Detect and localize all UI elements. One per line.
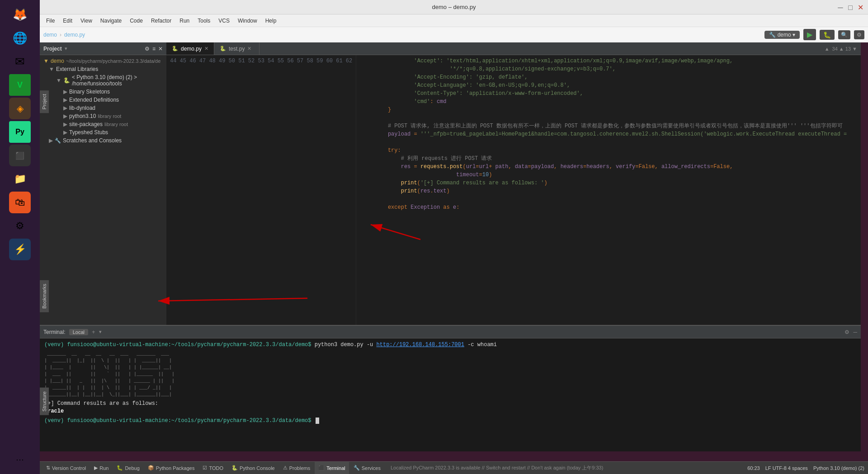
tree-item-external-libraries[interactable]: ▼ External Libraries <box>40 65 166 73</box>
tab-demo-py-close[interactable]: ✕ <box>204 46 208 52</box>
files-icon[interactable]: 📁 <box>9 168 31 190</box>
status-tab-terminal[interactable]: ⬛ Terminal <box>315 462 349 474</box>
notification-text[interactable]: Localized PyCharm 2022.3.3 is available … <box>391 465 603 471</box>
expand-icon-4: ▶ <box>63 97 67 103</box>
terminal-gear-icon[interactable]: ⚙ <box>844 329 849 335</box>
menu-help[interactable]: Help <box>262 17 280 25</box>
bolt-icon[interactable]: ⚡ <box>9 239 31 260</box>
project-dropdown-arrow[interactable]: ▾ <box>65 46 67 52</box>
store-icon[interactable]: 🛍 <box>9 192 31 213</box>
tree-item-lib-dynload[interactable]: ▶ lib-dynload <box>40 104 166 112</box>
dots-icon[interactable]: ⋯ <box>9 449 31 470</box>
project-vertical-tab[interactable]: Project <box>40 90 49 113</box>
vim-icon[interactable]: V <box>9 74 31 96</box>
status-tab-run[interactable]: ▶ Run <box>90 462 112 474</box>
scratches-label: Scratches and Consoles <box>63 137 122 144</box>
vcs-icon: ⇅ <box>46 465 50 471</box>
menu-run[interactable]: Run <box>176 17 193 25</box>
sidebar-close-icon[interactable]: ✕ <box>158 46 163 52</box>
terminal-local-tab[interactable]: Local <box>69 329 88 335</box>
menu-code[interactable]: Code <box>126 17 146 25</box>
tree-item-extended-defs[interactable]: ▶ Extended Definitions <box>40 96 166 104</box>
expand-icon-2: ▼ <box>56 77 61 84</box>
window-controls[interactable]: ─ □ ✕ <box>837 4 863 10</box>
minimize-button[interactable]: ─ <box>837 4 844 10</box>
status-tab-vcs[interactable]: ⇅ Version Control <box>42 462 90 474</box>
terminal-area: Terminal: Local + ▾ ⚙ ─ (venv) funsiooo@… <box>40 325 861 451</box>
services-icon: 🔧 <box>354 465 360 471</box>
bookmarks-vertical-tab[interactable]: Bookmarks <box>40 280 49 312</box>
demo-path: ~/tools/pycharm/pycharm-2022.3.3/data/de <box>66 58 160 64</box>
tree-item-binary-skeletons[interactable]: ▶ Binary Skeletons <box>40 88 166 96</box>
terminal-url-text[interactable]: http://192.168.148.155:7001 <box>377 342 464 348</box>
expand-icon-7: ▶ <box>63 121 67 127</box>
structure-vertical-tab[interactable]: Structure <box>40 388 49 415</box>
menu-refactor[interactable]: Refactor <box>147 17 175 25</box>
current-file-name: demo.py <box>64 32 85 38</box>
library-root-label: library root <box>98 113 121 119</box>
menu-window[interactable]: Window <box>234 17 261 25</box>
terminal-cursor <box>316 418 319 424</box>
sidebar-collapse-icon[interactable]: ≡ <box>152 46 156 52</box>
terminal-minimize-icon[interactable]: ─ <box>853 329 857 335</box>
sublime-icon[interactable]: ◈ <box>9 98 31 119</box>
terminal-icon-status: ⬛ <box>318 465 325 471</box>
status-tab-debug[interactable]: 🐛 Debug <box>113 462 143 474</box>
tree-item-site-packages[interactable]: ▶ site-packages library root <box>40 120 166 128</box>
status-tab-python-console[interactable]: 🐍 Python Console <box>228 462 278 474</box>
close-button[interactable]: ✕ <box>857 4 863 10</box>
expand-icon-3: ▶ <box>63 89 67 95</box>
tree-item-python310[interactable]: ▼ 🐍 < Python 3.10 (demo) (2) > /home/fun… <box>40 73 166 88</box>
tree-item-typeshed[interactable]: ▶ Typeshed Stubs <box>40 128 166 136</box>
debug-button[interactable]: 🐛 <box>820 30 835 40</box>
terminal-result-header: [+] Command results are as follows: <box>44 400 856 408</box>
pycharm-icon[interactable]: Py <box>9 121 31 143</box>
mail-icon[interactable]: ✉ <box>9 51 31 72</box>
code-content[interactable]: 'Accept': 'text/html,application/xhtml+x… <box>356 55 861 331</box>
terminal-icon[interactable]: ⬛ <box>9 145 31 166</box>
terminal-dropdown-icon[interactable]: ▾ <box>99 329 102 335</box>
debug-label: Debug <box>125 465 139 471</box>
tab-demo-py-icon: 🐍 <box>172 46 178 52</box>
tree-item-scratches[interactable]: ▶ 🔧 Scratches and Consoles <box>40 136 166 145</box>
status-tab-packages[interactable]: 📦 Python Packages <box>144 462 198 474</box>
terminal-status-label: Terminal <box>326 465 345 471</box>
demo-folder-label: demo <box>51 58 64 64</box>
menu-file[interactable]: File <box>42 17 58 25</box>
line-numbers: 44 45 46 47 48 49 50 51 52 53 54 55 56 5… <box>166 55 356 331</box>
scroll-up-icon[interactable]: ▲ <box>825 46 830 52</box>
terminal-add-icon[interactable]: + <box>92 329 95 335</box>
ascii-art-block: _______ __ __ __ __ ___ _______ ___ | __… <box>44 351 856 398</box>
menu-edit[interactable]: Edit <box>59 17 76 25</box>
tab-demo-py-label: demo.py <box>181 46 202 52</box>
settings-icon[interactable]: ⚙ <box>9 215 31 237</box>
tab-demo-py[interactable]: 🐍 demo.py ✕ <box>166 42 214 55</box>
status-tab-todo[interactable]: ☑ TODO <box>199 462 227 474</box>
tree-item-demo-root[interactable]: ▼ demo ~/tools/pycharm/pycharm-2022.3.3/… <box>40 57 166 65</box>
run-config-selector[interactable]: 🔧 demo ▾ <box>764 31 800 39</box>
tab-test-py[interactable]: 🐍 test.py ✕ <box>214 42 259 55</box>
status-tab-services[interactable]: 🔧 Services <box>350 462 384 474</box>
expand-icon-5: ▶ <box>63 105 67 111</box>
menu-vcs[interactable]: VCS <box>215 17 233 25</box>
tab-test-py-label: test.py <box>229 46 245 52</box>
run-button[interactable]: ▶ <box>803 29 816 40</box>
tab-test-py-close[interactable]: ✕ <box>247 46 251 52</box>
menu-tools[interactable]: Tools <box>194 17 214 25</box>
status-tabs: ⇅ Version Control ▶ Run 🐛 Debug 📦 Python… <box>42 462 384 474</box>
chrome-icon[interactable]: 🌐 <box>9 27 31 49</box>
settings-toolbar-button[interactable]: ⚙ <box>854 30 864 39</box>
tree-item-python310-root[interactable]: ▶ python3.10 library root <box>40 112 166 120</box>
firefox-icon[interactable]: 🦊 <box>9 4 31 25</box>
title-bar: demo – demo.py ─ □ ✕ <box>40 0 868 14</box>
terminal-content[interactable]: (venv) funsiooo@ubuntu-virtual-machine:~… <box>40 338 861 451</box>
expand-icon-6: ▶ <box>63 113 67 119</box>
sidebar-gear-icon[interactable]: ⚙ <box>145 46 150 52</box>
site-packages-label: site-packages <box>69 121 103 127</box>
maximize-button[interactable]: □ <box>847 4 854 10</box>
folder-icon: ▼ <box>43 58 49 64</box>
menu-view[interactable]: View <box>77 17 96 25</box>
status-tab-problems[interactable]: ⚠ Problems <box>279 462 314 474</box>
menu-navigate[interactable]: Navigate <box>97 17 125 25</box>
search-button[interactable]: 🔍 <box>838 30 850 39</box>
